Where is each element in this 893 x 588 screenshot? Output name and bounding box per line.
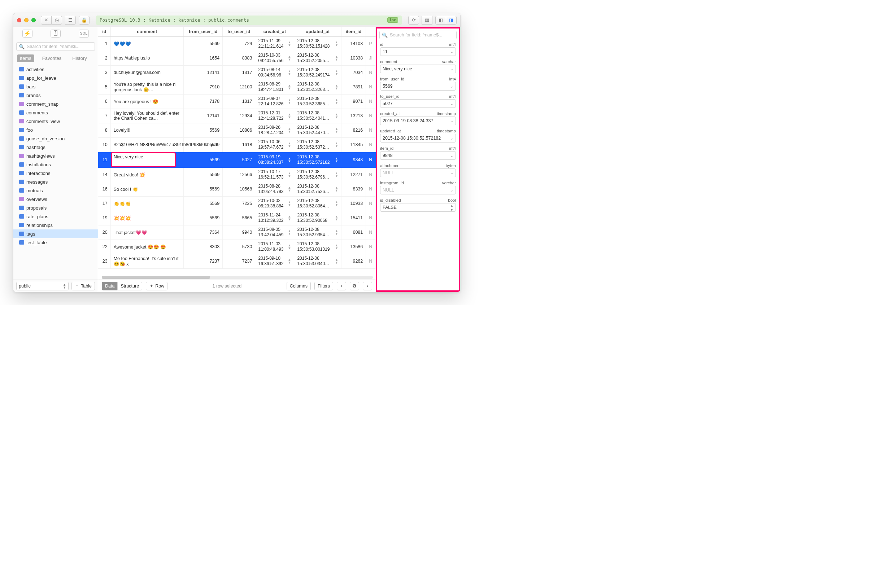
reload-button[interactable]: ⟳ [408, 16, 419, 24]
cell-id[interactable]: 16 [98, 182, 110, 196]
minimize-icon[interactable] [24, 18, 29, 22]
next-page-button[interactable]: › [363, 282, 372, 290]
add-table-button[interactable]: ＋ Table [71, 282, 95, 290]
cell-from-user-id[interactable]: 5569 [184, 152, 223, 167]
column-header-comment[interactable]: comment [110, 27, 183, 36]
cell-item-id[interactable]: 6081 [341, 225, 366, 240]
cell-created-at[interactable]: 2015-08-1409:34:56.96▲▼ [255, 65, 294, 80]
tab-favorites[interactable]: Favorites [39, 54, 64, 62]
data-tab-button[interactable]: Data [102, 282, 118, 290]
cell-comment[interactable]: So cool ! 👏 [110, 182, 183, 196]
cell-item-id[interactable]: 13213 [341, 109, 366, 123]
cell-item-id[interactable]: 9071 [341, 94, 366, 109]
cell-updated-at[interactable]: 2015-12-0815:30:52.3263…▲▼ [294, 80, 341, 94]
sidebar-item-interactions[interactable]: interactions [14, 169, 98, 177]
cell-updated-at[interactable]: 2015-12-0815:30:52.4470…▲▼ [294, 123, 341, 138]
horizontal-scrollbar[interactable] [102, 276, 373, 279]
cell-to-user-id[interactable]: 9940 [223, 225, 255, 240]
cell-updated-at[interactable]: 2015-12-0815:30:52.4041…▲▼ [294, 109, 341, 123]
sidebar-item-comments[interactable]: comments [14, 108, 98, 117]
table-row[interactable]: 14Great video! 💥5569125662015-10-1716:52… [98, 167, 376, 182]
cell-from-user-id[interactable]: 5569 [184, 36, 223, 51]
cell-to-user-id[interactable]: 724 [223, 36, 255, 51]
field-input[interactable]: NULL⌄ [380, 168, 456, 177]
cell-created-at[interactable]: 2015-09-1016:36:51.392▲▼ [255, 254, 294, 268]
field-input[interactable]: 5027⌄ [380, 99, 456, 108]
table-row[interactable]: 16So cool ! 👏5569105682015-08-2813:05:44… [98, 182, 376, 196]
column-header-created_at[interactable]: created_at [255, 27, 294, 36]
sidebar-item-comment_snap[interactable]: comment_snap [14, 100, 98, 108]
left-panel-toggle[interactable]: ◧ [435, 16, 446, 24]
cell-id[interactable]: 23 [98, 254, 110, 268]
cell-editor[interactable]: Nice, very nice [111, 152, 176, 167]
table-row[interactable]: 22Awesome jacket 😍😍 😍830357302015-11-031… [98, 240, 376, 254]
database-icon[interactable]: 🗄 [51, 30, 61, 38]
cell-created-at[interactable]: 2015-08-0513:42:04.459▲▼ [255, 225, 294, 240]
table-row[interactable]: 11Nice, very nice556950272015-09-1908:38… [98, 152, 376, 167]
sidebar-toggle-button[interactable]: ☰ [65, 16, 76, 24]
table-row[interactable]: 6You are gorgeous !!😍717813172015-09-072… [98, 94, 376, 109]
schema-select[interactable]: public ▲▼ [16, 282, 69, 290]
cell-updated-at[interactable]: 2015-12-0815:30:52.8064…▲▼ [294, 196, 341, 211]
column-header-from_user_id[interactable]: from_user_id [184, 27, 223, 36]
table-row[interactable]: 20That jacket💗💗736499402015-08-0513:42:0… [98, 225, 376, 240]
cell-comment[interactable]: Awesome jacket 😍😍 😍 [110, 240, 183, 254]
cell-to-user-id[interactable]: 1618 [223, 138, 255, 152]
cell-to-user-id[interactable]: 10568 [223, 182, 255, 196]
cell-to-user-id[interactable]: 12100 [223, 80, 255, 94]
cell-item-id[interactable]: 9848 [341, 152, 366, 167]
sidebar-item-activities[interactable]: activities [14, 65, 98, 74]
cell-created-at[interactable]: 2015-12-0112:41:28.722▲▼ [255, 109, 294, 123]
field-input[interactable]: 2015-12-08 15:30:52.572182⌄ [380, 134, 456, 142]
cell-item-id[interactable]: 7034 [341, 65, 366, 80]
cell-from-user-id[interactable]: 7364 [184, 225, 223, 240]
cell-comment[interactable]: You are gorgeous !!😍 [110, 94, 183, 109]
cell-from-user-id[interactable]: 5569 [184, 123, 223, 138]
cell-item-id[interactable]: 7891 [341, 80, 366, 94]
cell-item-id[interactable]: 15411 [341, 211, 366, 225]
cell-from-user-id[interactable]: 12141 [184, 109, 223, 123]
cell-updated-at[interactable]: 2015-12-0815:30:53.001019▲▼ [294, 240, 341, 254]
cell-created-at[interactable]: 2015-09-0722:14:12.826▲▼ [255, 94, 294, 109]
sidebar-item-foo[interactable]: foo [14, 126, 98, 134]
cell-to-user-id[interactable]: 5730 [223, 240, 255, 254]
cell-to-user-id[interactable]: 12566 [223, 167, 255, 182]
cell-updated-at[interactable]: 2015-12-0815:30:52.2055…▲▼ [294, 51, 341, 65]
column-header-id[interactable]: id [98, 27, 110, 36]
sql-icon[interactable]: SQL [79, 30, 89, 38]
close-tab-button[interactable]: ✕ [41, 16, 52, 24]
field-input[interactable]: NULL⌄ [380, 186, 456, 194]
cell-to-user-id[interactable]: 7237 [223, 254, 255, 268]
cell-item-id[interactable]: 12271 [341, 167, 366, 182]
cell-comment[interactable]: Hey lovely! You should def. enter the Ch… [110, 109, 183, 123]
reveal-button[interactable]: ◎ [51, 16, 62, 24]
cell-updated-at[interactable]: 2015-12-0815:30:52.7526…▲▼ [294, 182, 341, 196]
sidebar-item-bars[interactable]: bars [14, 82, 98, 91]
cell-updated-at[interactable]: 2015-12-0815:30:53.0340…▲▼ [294, 254, 341, 268]
lock-button[interactable]: 🔒 [79, 16, 90, 24]
add-row-button[interactable]: ＋ Row [146, 282, 167, 290]
sidebar-search[interactable]: 🔍 Search for item: ^name$... [16, 42, 95, 51]
sidebar-item-hashtags[interactable]: hashtags [14, 143, 98, 152]
sidebar-item-goose_db_version[interactable]: goose_db_version [14, 134, 98, 143]
table-row[interactable]: 19💥💥💥556956652015-11-2410:12:39.322▲▼201… [98, 211, 376, 225]
cell-from-user-id[interactable]: 5569 [184, 211, 223, 225]
sidebar-item-hashtagviews[interactable]: hashtagviews [14, 152, 98, 160]
cell-comment[interactable]: 👏👏👏 [110, 196, 183, 211]
cell-updated-at[interactable]: 2015-12-0815:30:52.151428▲▼ [294, 36, 341, 51]
data-grid[interactable]: idcommentfrom_user_idto_user_idcreated_a… [98, 27, 376, 280]
cell-comment[interactable]: Nice, very nice [110, 152, 183, 167]
table-row[interactable]: 5You're so pretty, this is a nice ni gor… [98, 80, 376, 94]
cell-to-user-id[interactable]: 8383 [223, 51, 255, 65]
cell-comment[interactable]: https://tableplus.io [110, 51, 183, 65]
cell-id[interactable]: 11 [98, 152, 110, 167]
columns-button[interactable]: Columns [287, 282, 311, 290]
cell-updated-at[interactable]: 2015-12-0815:30:52.6796…▲▼ [294, 167, 341, 182]
cell-created-at[interactable]: 2015-10-0619:57:47.672▲▼ [255, 138, 294, 152]
structure-tab-button[interactable]: Structure [117, 282, 142, 290]
sidebar-item-app_for_leave[interactable]: app_for_leave [14, 74, 98, 82]
table-row[interactable]: 7Hey lovely! You should def. enter the C… [98, 109, 376, 123]
sidebar-item-installations[interactable]: installations [14, 160, 98, 169]
cell-id[interactable]: 5 [98, 80, 110, 94]
cell-to-user-id[interactable]: 1317 [223, 65, 255, 80]
